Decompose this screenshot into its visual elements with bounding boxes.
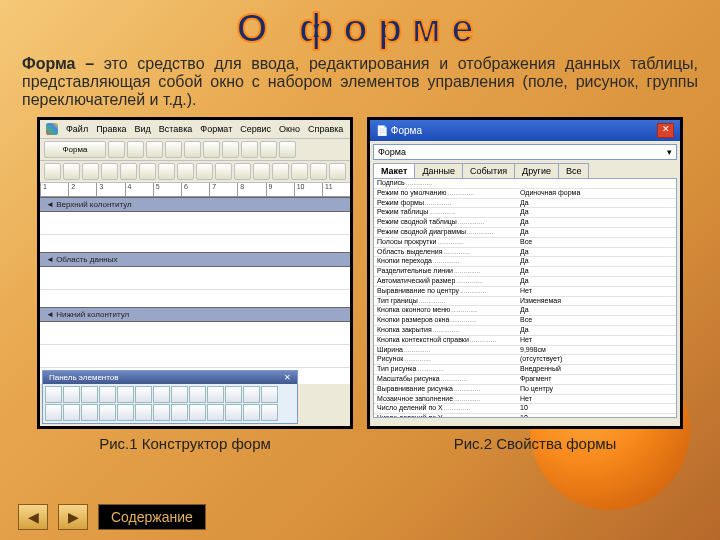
property-row[interactable]: Режим таблицыДа <box>374 208 676 218</box>
toolbar-button[interactable] <box>291 163 308 180</box>
property-row[interactable]: Кнопки переходаДа <box>374 257 676 267</box>
toolbar-button[interactable] <box>272 163 289 180</box>
property-row[interactable]: Выравнивание по центруНет <box>374 287 676 297</box>
toolbar-button[interactable] <box>120 163 137 180</box>
toolbar-button[interactable] <box>165 141 182 158</box>
tab-other[interactable]: Другие <box>514 163 559 178</box>
contents-button[interactable]: Содержание <box>98 504 206 530</box>
toolbox-item[interactable] <box>189 404 206 421</box>
toolbox-item[interactable] <box>135 386 152 403</box>
grid-area[interactable] <box>40 267 350 307</box>
toolbar-button[interactable] <box>44 163 61 180</box>
toolbar-button[interactable] <box>253 163 270 180</box>
toolbox-item[interactable] <box>171 386 188 403</box>
property-row[interactable]: Тип рисункаВнедренный <box>374 365 676 375</box>
toolbar-button[interactable] <box>196 163 213 180</box>
toolbar-button[interactable] <box>329 163 346 180</box>
toolbox-item[interactable] <box>261 404 278 421</box>
property-row[interactable]: Выравнивание рисункаПо центру <box>374 385 676 395</box>
prev-button[interactable]: ◀ <box>18 504 48 530</box>
menu-tools[interactable]: Сервис <box>240 124 271 134</box>
toolbox-item[interactable] <box>225 404 242 421</box>
toolbox-item[interactable] <box>261 386 278 403</box>
toolbar-button[interactable] <box>146 141 163 158</box>
object-combo[interactable]: Форма <box>44 141 106 158</box>
property-row[interactable]: Кнопка закрытияДа <box>374 326 676 336</box>
next-button[interactable]: ▶ <box>58 504 88 530</box>
toolbox-item[interactable] <box>45 404 62 421</box>
toolbox-item[interactable] <box>99 404 116 421</box>
toolbar-button[interactable] <box>222 141 239 158</box>
toolbar-button[interactable] <box>177 163 194 180</box>
toolbox-item[interactable] <box>153 386 170 403</box>
toolbox-item[interactable] <box>153 404 170 421</box>
toolbox-item[interactable] <box>81 386 98 403</box>
menu-help[interactable]: Справка <box>308 124 343 134</box>
property-row[interactable]: Режим сводной таблицыДа <box>374 218 676 228</box>
property-row[interactable]: Подпись <box>374 179 676 189</box>
toolbar-button[interactable] <box>139 163 156 180</box>
toolbox-item[interactable] <box>171 404 188 421</box>
toolbox-item[interactable] <box>207 404 224 421</box>
toolbar-button[interactable] <box>158 163 175 180</box>
tab-all[interactable]: Все <box>558 163 590 178</box>
property-row[interactable]: Тип границыИзменяемая <box>374 297 676 307</box>
toolbar-button[interactable] <box>108 141 125 158</box>
property-row[interactable]: Масштабы рисункаФрагмент <box>374 375 676 385</box>
toolbar-button[interactable] <box>101 163 118 180</box>
property-row[interactable]: Кнопка оконного менюДа <box>374 306 676 316</box>
grid-area[interactable] <box>40 212 350 252</box>
property-row[interactable]: Рисунок(отсутствует) <box>374 355 676 365</box>
menu-edit[interactable]: Правка <box>96 124 126 134</box>
property-row[interactable]: Разделительные линииДа <box>374 267 676 277</box>
toolbar-button[interactable] <box>127 141 144 158</box>
toolbar-button[interactable] <box>184 141 201 158</box>
close-icon[interactable]: ✕ <box>657 123 674 138</box>
property-row[interactable]: Ширина9,998см <box>374 346 676 356</box>
toolbox-item[interactable] <box>189 386 206 403</box>
toolbox-item[interactable] <box>117 404 134 421</box>
toolbox-item[interactable] <box>63 386 80 403</box>
property-row[interactable]: Полосы прокруткиВсе <box>374 238 676 248</box>
toolbar-button[interactable] <box>241 141 258 158</box>
toolbox-item[interactable] <box>45 386 62 403</box>
object-selector[interactable]: Форма▾ <box>373 144 677 160</box>
toolbox-item[interactable] <box>117 386 134 403</box>
toolbox-item[interactable] <box>225 386 242 403</box>
toolbar-button[interactable] <box>279 141 296 158</box>
property-grid[interactable]: ПодписьРежим по умолчаниюОдиночная форма… <box>373 178 677 418</box>
toolbox-item[interactable] <box>63 404 80 421</box>
toolbar-button[interactable] <box>310 163 327 180</box>
toolbox-item[interactable] <box>81 404 98 421</box>
property-row[interactable]: Число делений по Y10 <box>374 414 676 418</box>
toolbox-item[interactable] <box>207 386 224 403</box>
toolbar-button[interactable] <box>82 163 99 180</box>
property-row[interactable]: Область выделенияДа <box>374 248 676 258</box>
menu-insert[interactable]: Вставка <box>159 124 192 134</box>
menu-view[interactable]: Вид <box>135 124 151 134</box>
menu-window[interactable]: Окно <box>279 124 300 134</box>
toolbox-item[interactable] <box>243 386 260 403</box>
toolbar-button[interactable] <box>260 141 277 158</box>
property-row[interactable]: Кнопки размеров окнаВсе <box>374 316 676 326</box>
toolbox-item[interactable] <box>135 404 152 421</box>
tab-data[interactable]: Данные <box>414 163 463 178</box>
property-row[interactable]: Мозаичное заполнениеНет <box>374 395 676 405</box>
menu-file[interactable]: Файл <box>66 124 88 134</box>
property-row[interactable]: Режим по умолчаниюОдиночная форма <box>374 189 676 199</box>
tab-layout[interactable]: Макет <box>373 163 415 178</box>
property-row[interactable]: Режим формыДа <box>374 199 676 209</box>
toolbar-button[interactable] <box>63 163 80 180</box>
toolbox-item[interactable] <box>99 386 116 403</box>
menu-format[interactable]: Формат <box>200 124 232 134</box>
property-row[interactable]: Число делений по X10 <box>374 404 676 414</box>
toolbox-item[interactable] <box>243 404 260 421</box>
toolbar-button[interactable] <box>215 163 232 180</box>
toolbar-button[interactable] <box>234 163 251 180</box>
property-row[interactable]: Автоматический размерДа <box>374 277 676 287</box>
tab-events[interactable]: События <box>462 163 515 178</box>
property-row[interactable]: Режим сводной диаграммыДа <box>374 228 676 238</box>
close-icon[interactable]: ✕ <box>284 373 291 382</box>
toolbar-button[interactable] <box>203 141 220 158</box>
property-row[interactable]: Кнопка контекстной справкиНет <box>374 336 676 346</box>
